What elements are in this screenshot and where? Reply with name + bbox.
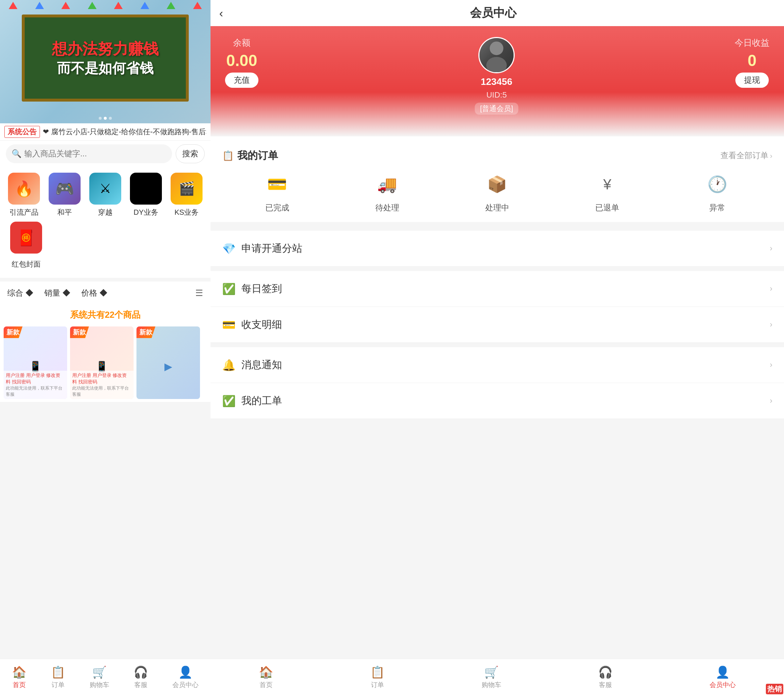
product-card-1[interactable]: 新款 📱 用户注册 用户登录 修改资料 找回密码 此功能无法使用，联系下平台客服: [3, 327, 67, 399]
list-view-icon[interactable]: ☰: [195, 288, 203, 298]
nav-cart-label-right: 购物车: [482, 680, 501, 689]
notification-chevron-icon: ›: [770, 360, 772, 370]
balance-label: 余额: [233, 37, 250, 49]
menu-notification-text: 消息通知: [241, 358, 770, 372]
banner-text-line1: 想办法努力赚钱: [52, 39, 159, 59]
category-item-ks[interactable]: 🎬 KS业务: [168, 173, 205, 217]
service-icon-left: 🎧: [133, 665, 148, 679]
order-exception[interactable]: 🕐 异常: [703, 170, 732, 213]
nav-service-left[interactable]: 🎧 客服: [133, 665, 148, 689]
product-card-2[interactable]: 新款 📱 用户注册 用户登录 修改资料 找回密码 此功能无法使用，联系下平台客服: [70, 327, 133, 399]
category-item-dy[interactable]: ♪ DY业务: [128, 173, 164, 217]
order-refunded-label: 已退单: [595, 202, 619, 213]
search-input-wrap[interactable]: 🔍: [6, 145, 172, 163]
banner-decorations: [0, 2, 211, 9]
notification-icon: 🔔: [222, 359, 236, 371]
search-button[interactable]: 搜索: [176, 145, 205, 163]
banner-chalkboard: 想办法努力赚钱 而不是如何省钱: [22, 15, 189, 102]
orders-icon: 📋: [222, 150, 234, 161]
order-refunded[interactable]: ¥ 已退单: [593, 170, 622, 213]
white-wave: [211, 136, 784, 140]
nav-service-right[interactable]: 🎧 客服: [598, 665, 613, 689]
category-icon-dy: ♪: [130, 173, 162, 205]
menu-item-notification[interactable]: 🔔 消息通知 ›: [211, 347, 784, 383]
order-processing-label: 处理中: [485, 202, 509, 213]
service-icon-right: 🎧: [598, 665, 613, 679]
product-image-3: ▶: [165, 361, 172, 373]
triangle-decoration: [35, 2, 44, 9]
nav-home-left[interactable]: 🏠 首页: [12, 665, 26, 689]
finance-chevron-icon: ›: [770, 320, 772, 329]
page-title: 会员中心: [231, 5, 756, 21]
category-item-hot[interactable]: 🔥 热销 引流产品: [6, 173, 42, 217]
recharge-button[interactable]: 充值: [225, 72, 259, 88]
nav-service-label-left: 客服: [134, 680, 147, 689]
orders-section: 📋 我的订单 查看全部订单 › 💳 已完成 🚚: [211, 140, 784, 222]
nav-member-label-left: 会员中心: [172, 680, 199, 689]
avatar-svg: [479, 37, 514, 73]
notice-text: ❤ 腐竹云小店-只做稳定-给你信任-不做跑路狗-售后稳定❤: [43, 127, 206, 137]
order-pending[interactable]: 🚚 待处理: [373, 170, 402, 213]
sort-price[interactable]: 价格 ◆: [81, 288, 107, 299]
red-envelope-label: 红包封面: [12, 260, 41, 269]
workorder-icon: ✅: [222, 395, 236, 407]
nav-member-left[interactable]: 👤 会员中心: [172, 665, 199, 689]
menu-item-finance[interactable]: 💳 收支明细 ›: [211, 307, 784, 343]
back-button[interactable]: ‹: [219, 7, 223, 20]
nav-home-right[interactable]: 🏠 首页: [259, 665, 273, 689]
nav-home-label-right: 首页: [260, 680, 273, 689]
category-grid: 🔥 热销 引流产品 🎮 和平 ⚔ 穿越 ♪: [0, 167, 211, 278]
search-bar: 🔍 搜索: [0, 141, 211, 167]
checkin-icon: ✅: [222, 283, 236, 295]
order-exception-icon-wrap: 🕐: [703, 170, 732, 199]
triangle-decoration: [9, 2, 17, 9]
dot: [109, 117, 112, 120]
orders-title-text: 我的订单: [237, 149, 278, 163]
menu-item-checkin[interactable]: ✅ 每日签到 ›: [211, 271, 784, 307]
order-pending-icon-wrap: 🚚: [373, 170, 402, 199]
view-all-orders-link[interactable]: 查看全部订单 ›: [720, 150, 772, 161]
products-grid: 新款 📱 用户注册 用户登录 修改资料 找回密码 此功能无法使用，联系下平台客服…: [0, 324, 211, 402]
left-panel: 想办法努力赚钱 而不是如何省钱 系统公告 ❤ 腐竹云小店-只做稳定-给你信任-不…: [0, 0, 211, 695]
orders-icon-left: 📋: [51, 665, 65, 679]
nav-cart-right[interactable]: 🛒 购物车: [482, 665, 501, 689]
product-text-2: 用户注册 用户登录 修改资料 找回密码 此功能无法使用，联系下平台客服: [70, 371, 133, 399]
avatar-image: [479, 38, 514, 72]
menu-item-workorder[interactable]: ✅ 我的工单 ›: [211, 383, 784, 419]
orders-title: 📋 我的订单: [222, 149, 278, 163]
banner-text-line2: 而不是如何省钱: [57, 59, 153, 77]
nav-member-right[interactable]: 👤 会员中心: [710, 665, 736, 689]
svg-point-0: [490, 41, 504, 55]
menu-separator-2: [211, 266, 784, 271]
nav-cart-left[interactable]: 🛒 购物车: [90, 665, 109, 689]
sort-sales[interactable]: 销量 ◆: [44, 288, 71, 299]
withdraw-button[interactable]: 提现: [735, 72, 769, 88]
nav-orders-right[interactable]: 📋 订单: [370, 665, 385, 689]
search-input[interactable]: [24, 149, 166, 159]
order-exception-label: 异常: [709, 202, 725, 213]
notice-bar: 系统公告 ❤ 腐竹云小店-只做稳定-给你信任-不做跑路狗-售后稳定❤: [0, 123, 211, 141]
banner-dots: [99, 117, 112, 120]
menu-separator-3: [211, 343, 784, 347]
product-card-3[interactable]: 新款 ▶: [137, 327, 200, 399]
menu-finance-text: 收支明细: [241, 318, 770, 332]
nav-orders-label-right: 订单: [371, 680, 384, 689]
wallet-icon: 💳: [267, 175, 287, 194]
balance-value: 0.00: [226, 51, 257, 70]
menu-workorder-text: 我的工单: [241, 394, 770, 408]
category-icon-cross: ⚔: [89, 173, 121, 205]
user-uid: UID:5: [486, 90, 507, 100]
category-icon-peace: 🎮: [49, 173, 81, 205]
sort-comprehensive[interactable]: 综合 ◆: [7, 288, 33, 299]
nav-orders-left[interactable]: 📋 订单: [51, 665, 65, 689]
order-completed[interactable]: 💳 已完成: [263, 170, 292, 213]
hero-balance-section: 余额 0.00 充值: [225, 37, 259, 88]
checkin-chevron-icon: ›: [770, 284, 772, 294]
menu-item-branch[interactable]: 💎 申请开通分站 ›: [211, 231, 784, 266]
red-envelope-item[interactable]: 🧧 红包封面: [10, 222, 42, 269]
category-item-peace[interactable]: 🎮 和平: [46, 173, 83, 217]
order-processing[interactable]: 📦 处理中: [483, 170, 512, 213]
category-item-cross[interactable]: ⚔ 穿越: [87, 173, 124, 217]
search-icon: 🔍: [12, 149, 21, 159]
chevron-right-icon: ›: [770, 152, 772, 160]
